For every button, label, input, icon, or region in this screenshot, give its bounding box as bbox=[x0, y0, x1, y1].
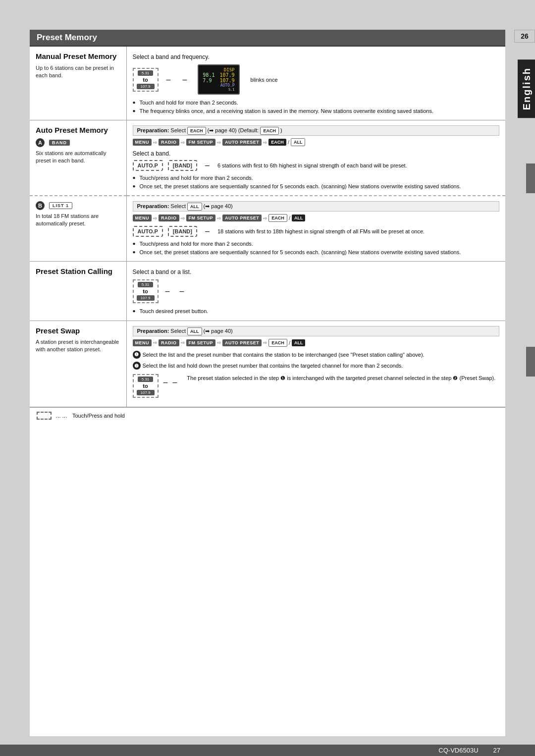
screen-freq4: 107.9 bbox=[219, 78, 234, 83]
menu-item-radio-swap: RADIO bbox=[159, 339, 179, 346]
manual-bullet-1: Touch and hold for more than 2 seconds. bbox=[140, 99, 500, 107]
auto-prep-b: Preparation: Select ALL (➡ page 40) bbox=[133, 201, 500, 212]
menu-item-fmsetup-swap: FM SETUP bbox=[186, 339, 216, 346]
preset-calling-title: Preset Station Calling bbox=[36, 267, 120, 276]
auto-info-b: 18 stations with first to 18th highest i… bbox=[217, 227, 425, 236]
badge-b: B bbox=[36, 201, 45, 210]
manual-preset-right: Select a band and frequency. 5.31 to 107… bbox=[126, 47, 505, 120]
menu-item-menu-a: MENU bbox=[133, 139, 152, 146]
menu-item-each-b: EACH bbox=[268, 214, 287, 222]
preset-calling-btn-row: 5.31 to 107.9 – – bbox=[133, 279, 500, 303]
prep-label-a: Preparation: bbox=[137, 127, 169, 133]
footer-legend: …… Touch/Press and hold bbox=[30, 407, 505, 424]
band-label-a: BAND bbox=[49, 140, 70, 146]
auto-p-btn-a[interactable]: AUTO.P bbox=[133, 160, 163, 171]
auto-preset-b-row: B LIST 1 In total 18 FM stations are aut… bbox=[30, 196, 505, 262]
preset-bot-btn[interactable]: 107.9 bbox=[137, 84, 155, 89]
manual-dash2: – bbox=[182, 75, 187, 84]
swap-final-row: 5.31 to 107.9 – – The preset station sel… bbox=[133, 374, 500, 398]
swap-step-1: ❶ Select the list and the preset number … bbox=[133, 351, 500, 359]
menu-item-menu-b: MENU bbox=[133, 215, 152, 221]
step-num-1: ❶ bbox=[133, 351, 141, 359]
prep-all-b: ALL bbox=[187, 203, 202, 211]
auto-prep-a: Preparation: Select EACH (➡ page 40) (De… bbox=[133, 125, 500, 136]
auto-preset-a-desc: Six stations are automatically preset in… bbox=[36, 150, 120, 165]
prep-each2-a: EACH bbox=[260, 127, 279, 135]
calling-dash2: – bbox=[179, 287, 184, 296]
band-btn-a[interactable]: [BAND] bbox=[168, 160, 197, 171]
calling-top-btn[interactable]: 5.31 bbox=[138, 282, 154, 287]
auto-preset-a-badge-row: A BAND bbox=[36, 138, 120, 147]
auto-select-band-a: Select a band. bbox=[133, 150, 500, 157]
preset-swap-right: Preparation: Select ALL (➡ page 40) MENU… bbox=[126, 321, 505, 407]
calling-btn-group: 5.31 to 107.9 bbox=[133, 279, 159, 303]
page-num-bottom: 27 bbox=[493, 747, 500, 754]
badge-a: A bbox=[36, 138, 45, 147]
manual-preset-left: Manual Preset Memory Up to 6 stations ca… bbox=[30, 47, 126, 120]
menu-item-all-a: ALL bbox=[291, 138, 306, 146]
manual-dash1: – bbox=[166, 75, 171, 84]
main-content: Preset Memory Manual Preset Memory Up to… bbox=[30, 30, 505, 736]
swap-bot-btn[interactable]: 107.9 bbox=[137, 390, 155, 395]
band-btn-b[interactable]: [BAND] bbox=[168, 226, 197, 237]
swap-prep-arrow: (➡ page 40) bbox=[204, 328, 233, 334]
manual-bullet-2: The frequency blinks once, and a receivi… bbox=[140, 107, 500, 115]
legend-label: Touch/Press and hold bbox=[72, 413, 125, 419]
swap-prep-all: ALL bbox=[187, 327, 202, 335]
swap-btn-group: 5.31 to 107.9 bbox=[133, 374, 159, 398]
preset-calling-right: Select a band or a list. 5.31 to 107.9 –… bbox=[126, 262, 505, 321]
menu-item-all-b: ALL bbox=[292, 215, 306, 221]
content-table: Manual Preset Memory Up to 6 stations ca… bbox=[30, 47, 505, 407]
page-num-top: 26 bbox=[514, 30, 535, 43]
calling-to-label: to bbox=[143, 288, 148, 294]
swap-step-1-text: Select the list and the preset number th… bbox=[143, 351, 425, 359]
swap-top-btn[interactable]: 5.31 bbox=[138, 377, 154, 382]
auto-preset-a-row: Auto Preset Memory A BAND Six stations a… bbox=[30, 120, 505, 196]
menu-item-each-a: EACH bbox=[268, 139, 286, 146]
preset-calling-instruction: Select a band or a list. bbox=[133, 269, 500, 275]
menu-path-swap: MENU ⇨ RADIO ⇨ FM SETUP ⇨ AUTO PRESET ⇨ … bbox=[133, 339, 500, 347]
language-tab: English bbox=[518, 59, 535, 118]
swap-dash2: – bbox=[172, 378, 177, 387]
auto-bullet-a-2: Once set, the preset stations are sequen… bbox=[140, 182, 500, 191]
swap-to-label: to bbox=[143, 383, 148, 389]
auto-preset-b-left: B LIST 1 In total 18 FM stations are aut… bbox=[30, 196, 126, 262]
auto-dash-b: – bbox=[205, 227, 210, 236]
auto-preset-b-btn-row: AUTO.P [BAND] – 18 stations with first t… bbox=[133, 226, 500, 237]
menu-item-autopreset-b: AUTO PRESET bbox=[222, 215, 262, 221]
list-label-b: LIST 1 bbox=[49, 202, 72, 209]
menu-item-radio-b: RADIO bbox=[159, 215, 179, 221]
screen-freq2: 107.9 bbox=[219, 72, 234, 78]
auto-preset-a-left: Auto Preset Memory A BAND Six stations a… bbox=[30, 120, 126, 196]
auto-preset-b-desc: In total 18 FM stations are automaticall… bbox=[36, 213, 120, 228]
preset-top-btn[interactable]: 5.31 bbox=[138, 70, 154, 76]
prep-paren-a: ) bbox=[280, 127, 282, 133]
screen-s1: S.1 bbox=[203, 88, 234, 92]
menu-path-a: MENU ⇨ RADIO ⇨ FM SETUP ⇨ AUTO PRESET ⇨ … bbox=[133, 138, 500, 146]
calling-dash1: – bbox=[165, 287, 170, 296]
product-name: CQ-VD6503U bbox=[438, 747, 478, 754]
prep-select-a: Select bbox=[170, 127, 187, 133]
manual-preset-desc: Up to 6 stations can be preset in each b… bbox=[36, 64, 120, 80]
prep-label-b: Preparation: bbox=[137, 203, 169, 209]
prep-arrow-a: (➡ page 40) bbox=[208, 127, 238, 133]
preset-calling-left: Preset Station Calling bbox=[30, 262, 126, 321]
screen-freq1: 98.1 bbox=[203, 72, 214, 78]
menu-item-fmsetup-a: FM SETUP bbox=[186, 139, 216, 146]
calling-bullet-1: Touch desired preset button. bbox=[140, 307, 500, 316]
prep-arrow-b: (➡ page 40) bbox=[204, 203, 233, 209]
preset-swap-left: Preset Swap A station preset is intercha… bbox=[30, 321, 126, 407]
calling-bot-btn[interactable]: 107.9 bbox=[137, 295, 155, 301]
auto-preset-a-btn-row: AUTO.P [BAND] – 6 stations with first to… bbox=[133, 160, 500, 171]
manual-preset-instruction: Select a band and frequency. bbox=[133, 54, 500, 60]
auto-preset-title: Auto Preset Memory bbox=[36, 125, 120, 135]
menu-item-radio-a: RADIO bbox=[159, 139, 179, 146]
menu-item-all-swap: ALL bbox=[292, 339, 306, 346]
step-num-2: ❷ bbox=[133, 362, 141, 370]
prep-default-a: (Default: bbox=[238, 127, 259, 133]
legend-dashed-box-icon bbox=[37, 412, 52, 420]
legend-dots: …… bbox=[55, 413, 68, 419]
auto-p-btn-b[interactable]: AUTO.P bbox=[133, 226, 163, 237]
auto-bullet-b-2: Once set, the preset stations are sequen… bbox=[140, 248, 500, 257]
menu-item-autopreset-a: AUTO PRESET bbox=[222, 139, 262, 146]
